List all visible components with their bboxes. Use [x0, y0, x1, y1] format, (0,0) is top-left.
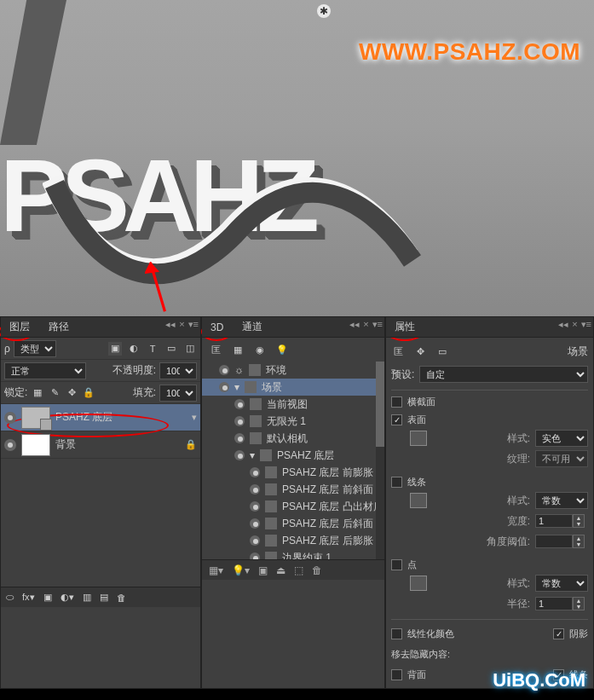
light-icon[interactable]: 💡▾ [232, 564, 250, 576]
layer-thumbnail[interactable] [21, 434, 50, 456]
point-style-select[interactable]: 常数 [535, 575, 588, 592]
surface-group: 表面 [391, 414, 588, 426]
viewport-3d[interactable]: ✱ PSAHZ WWW.PSAHZ.COM [0, 0, 594, 316]
blend-mode-select[interactable]: 正常 [4, 362, 86, 379]
panel-collapse-icon[interactable]: ◂◂ [165, 319, 176, 330]
render-icon[interactable]: ▦▾ [209, 564, 223, 576]
scene-cat-icon[interactable]: 匡 [391, 345, 405, 359]
surface-checkbox[interactable] [391, 414, 402, 425]
points-group: 点 [391, 558, 588, 571]
panel-menu-icon[interactable]: ▾≡ [372, 319, 383, 330]
layer-entry-background[interactable]: 背景 🔒 [1, 431, 200, 459]
filter-light-icon[interactable]: 💡 [275, 343, 289, 356]
tree-item-infinite-light[interactable]: 无限光 1 [202, 413, 384, 430]
tree-item-material[interactable]: PSAHZ 底层 后膨胀 ... [202, 532, 384, 549]
point-style-label: 样式: [496, 576, 530, 591]
lock-fill-row: 锁定: ▦ ✎ ✥ 🔒 填充: 100% [1, 382, 200, 404]
angle-input[interactable]: ▲▼ [535, 535, 588, 548]
blend-opacity-row: 正常 不透明度: 100% [1, 360, 200, 382]
tab-properties[interactable]: 属性 [391, 318, 418, 336]
points-checkbox[interactable] [391, 559, 402, 570]
panel-close-icon[interactable]: × [363, 319, 368, 330]
lock-move-icon[interactable]: ✥ [65, 386, 78, 400]
tree-item-environment[interactable]: ☼环境 [202, 362, 384, 379]
tree-item-default-camera[interactable]: 默认相机 [202, 430, 384, 447]
radius-input[interactable]: ▲▼ [535, 597, 588, 610]
3d-text: PSAHZ [0, 136, 594, 254]
link-layers-icon[interactable]: ⬭ [6, 592, 14, 603]
tab-channels[interactable]: 通道 [239, 318, 266, 336]
filter-adjust-icon[interactable]: ◐ [127, 342, 141, 356]
mask-icon[interactable]: ▣ [43, 592, 52, 603]
fill-value[interactable]: 100% [159, 385, 197, 402]
surface-swatch[interactable] [410, 431, 427, 446]
tree-item-scene[interactable]: ▾场景 [202, 379, 384, 396]
filter-material-icon[interactable]: ◉ [253, 343, 267, 356]
trash-icon[interactable]: 🗑 [117, 593, 126, 603]
lines-swatch[interactable] [410, 493, 427, 508]
width-input[interactable]: ▲▼ [535, 514, 588, 528]
preset-select[interactable]: 自定 [419, 366, 588, 383]
tree-item-psahz-mesh[interactable]: ▾PSAHZ 底层 [202, 447, 384, 464]
filter-scene-icon[interactable]: 匡 [209, 343, 222, 356]
tab-layers[interactable]: 图层 [6, 318, 33, 336]
lock-all-icon[interactable]: 🔒 [82, 386, 95, 400]
panel-close-icon[interactable]: × [572, 319, 577, 330]
axis-icon[interactable]: ⬚ [294, 564, 303, 576]
tree-item-material[interactable]: PSAHZ 底层 前膨胀 ... [202, 464, 384, 481]
opacity-value[interactable]: 100% [159, 362, 197, 379]
tree-item-material[interactable]: PSAHZ 底层 后斜面 ... [202, 515, 384, 532]
layer-entry-psahz[interactable]: PSAHZ 底层 ▾ [1, 404, 200, 431]
adjustment-icon[interactable]: ◐▾ [61, 592, 74, 603]
linearize-label: 线性化颜色 [407, 628, 454, 640]
tab-paths[interactable]: 路径 [45, 318, 72, 336]
backfaces-checkbox[interactable] [391, 669, 402, 680]
line-style-select[interactable]: 常数 [535, 492, 588, 509]
tree-item-current-view[interactable]: 当前视图 [202, 396, 384, 413]
tree-scrollbar[interactable] [376, 362, 384, 559]
trash-icon[interactable]: 🗑 [312, 564, 322, 576]
layer-thumbnail[interactable] [21, 407, 50, 429]
tree-item-constraint[interactable]: 边界约束 1 [202, 549, 384, 559]
props-category-row: 匡 ✥ ▭ 场景 [391, 341, 588, 362]
props-tabbar: 属性 ◂◂ × ▾≡ [386, 317, 593, 338]
panel-close-icon[interactable]: × [179, 319, 184, 330]
tab-3d[interactable]: 3D [207, 320, 227, 335]
fx-icon[interactable]: fx▾ [22, 592, 35, 603]
group-icon[interactable]: ▥ [83, 592, 91, 603]
panel-collapse-icon[interactable]: ◂◂ [349, 319, 360, 330]
panel-menu-icon[interactable]: ▾≡ [581, 319, 591, 330]
new-layer-icon[interactable]: ▤ [100, 592, 108, 603]
visibility-toggle-icon[interactable] [4, 439, 16, 451]
points-swatch[interactable] [410, 576, 427, 591]
layer-disclosure-icon[interactable]: ▾ [192, 412, 197, 423]
filter-mesh-icon[interactable]: ▦ [231, 343, 245, 356]
filter-shape-icon[interactable]: ▭ [164, 342, 178, 356]
lock-trans-icon[interactable]: ▦ [31, 386, 44, 400]
backfaces-label: 背面 [407, 668, 426, 681]
camera-icon[interactable]: ▣ [258, 564, 268, 576]
filter-smart-icon[interactable]: ◫ [183, 342, 197, 356]
opacity-label: 不透明度: [112, 363, 156, 378]
tree-item-material[interactable]: PSAHZ 底层 凸出材质 [202, 498, 384, 515]
visibility-toggle-icon[interactable] [4, 412, 16, 424]
shadow-checkbox[interactable] [553, 628, 564, 639]
lock-paint-icon[interactable]: ✎ [48, 386, 61, 400]
surface-style-select[interactable]: 实色 [535, 430, 588, 447]
panel-collapse-icon[interactable]: ◂◂ [558, 319, 568, 330]
cross-section-checkbox[interactable] [391, 396, 402, 408]
3d-filter-row: 匡 ▦ ◉ 💡 [202, 338, 384, 362]
tree-item-material[interactable]: PSAHZ 底层 前斜面 ... [202, 481, 384, 498]
properties-panel: 属性 ◂◂ × ▾≡ 匡 ✥ ▭ 场景 预设: 自定 [385, 316, 594, 689]
ground-icon[interactable]: ⏏ [276, 564, 285, 576]
layer-kind-select[interactable]: 类型 [14, 340, 56, 357]
panel-menu-icon[interactable]: ▾≡ [188, 319, 199, 330]
filter-pixel-icon[interactable]: ▣ [108, 342, 122, 356]
lines-checkbox[interactable] [391, 477, 402, 488]
move-cat-icon[interactable]: ✥ [413, 345, 427, 359]
linearize-checkbox[interactable] [391, 628, 402, 639]
filter-type-icon[interactable]: T [146, 342, 159, 356]
kind-label: ρ [4, 343, 10, 355]
texture-select[interactable]: 不可用 [535, 450, 588, 467]
coord-cat-icon[interactable]: ▭ [435, 345, 449, 359]
